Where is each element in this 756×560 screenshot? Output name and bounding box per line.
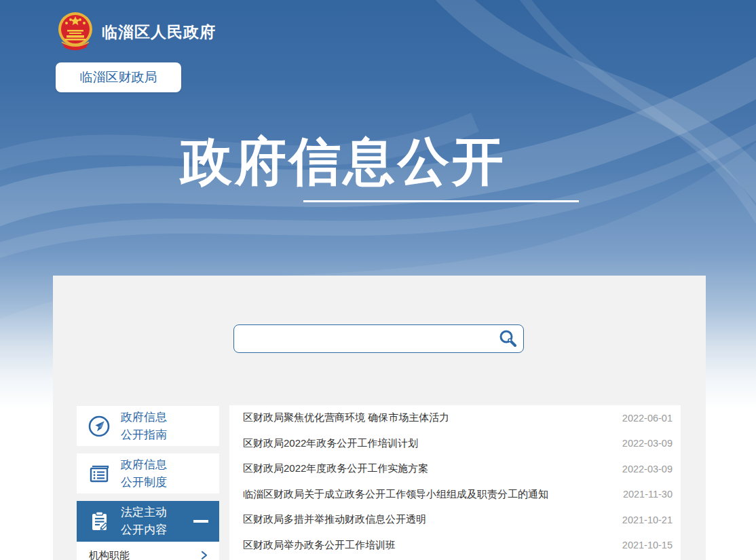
article-row[interactable]: 临淄区财政局关于成立政务公开工作领导小组组成及职责分工的通知 2021-11-3…: [229, 482, 681, 508]
article-date: 2022-03-09: [622, 464, 673, 474]
title-underline: [303, 200, 579, 202]
subitem-label: 机构职能: [89, 549, 130, 560]
search-input[interactable]: [234, 325, 497, 352]
search-box: [233, 324, 524, 353]
site-logo[interactable]: 临淄区人民政府: [57, 11, 216, 53]
article-title-link[interactable]: 临淄区财政局关于成立政务公开工作领导小组组成及职责分工的通知: [243, 488, 548, 501]
article-date: 2022-06-01: [622, 413, 673, 424]
compass-icon: [87, 414, 111, 438]
article-row[interactable]: 区财政局2022年政务公开工作培训计划 2022-03-09: [229, 431, 681, 457]
sidebar: 政府信息 公开指南: [77, 406, 219, 560]
page: 临淄区人民政府 临淄区财政局 政府信息公开: [0, 0, 756, 560]
page-title: 政府信息公开: [0, 128, 687, 198]
sidebar-item-label: 政府信息 公开制度: [121, 456, 167, 491]
sidebar-item-system[interactable]: 政府信息 公开制度: [77, 453, 219, 493]
article-date: 2022-03-09: [622, 438, 673, 449]
sidebar-subitem-org-functions[interactable]: 机构职能: [77, 542, 219, 560]
article-title-link[interactable]: 区财政局多措并举推动财政信息公开透明: [243, 513, 426, 526]
article-row[interactable]: 区财政局2022年度政务公开工作实施方案 2022-03-09: [229, 456, 681, 482]
article-date: 2021-10-21: [622, 515, 673, 525]
article-title-link[interactable]: 区财政局聚焦优化营商环境 确保市场主体活力: [243, 411, 449, 424]
article-date: 2021-10-15: [622, 540, 673, 550]
sidebar-item-label: 法定主动 公开内容: [121, 504, 167, 539]
content-panel: 政府信息 公开指南: [53, 276, 706, 560]
ledger-icon: [87, 462, 111, 486]
article-row[interactable]: 区财政局多措并举推动财政信息公开透明 2021-10-21: [229, 507, 681, 533]
article-date: 2021-11-30: [623, 489, 673, 500]
sidebar-item-guide[interactable]: 政府信息 公开指南: [77, 406, 219, 446]
national-emblem-icon: [57, 11, 94, 53]
chevron-right-icon: [199, 549, 210, 560]
article-list: 区财政局聚焦优化营商环境 确保市场主体活力 2022-06-01 区财政局202…: [229, 405, 681, 560]
article-title-link[interactable]: 区财政局2022年度政务公开工作实施方案: [243, 462, 428, 475]
article-row[interactable]: 区财政局聚焦优化营商环境 确保市场主体活力 2022-06-01: [229, 405, 681, 431]
department-tab[interactable]: 临淄区财政局: [56, 62, 181, 92]
search-icon: [497, 329, 518, 349]
article-row[interactable]: 区财政局举办政务公开工作培训班 2021-10-15: [229, 533, 681, 559]
sidebar-item-statutory-disclosure[interactable]: 法定主动 公开内容: [77, 501, 219, 542]
collapse-minus-icon[interactable]: [193, 520, 208, 523]
search-button[interactable]: [497, 329, 523, 349]
sidebar-item-label: 政府信息 公开指南: [121, 409, 167, 444]
article-title-link[interactable]: 区财政局2022年政务公开工作培训计划: [243, 437, 418, 450]
site-name: 临淄区人民政府: [102, 22, 216, 43]
article-title-link[interactable]: 区财政局举办政务公开工作培训班: [243, 539, 396, 552]
clipboard-pen-icon: [87, 509, 111, 534]
